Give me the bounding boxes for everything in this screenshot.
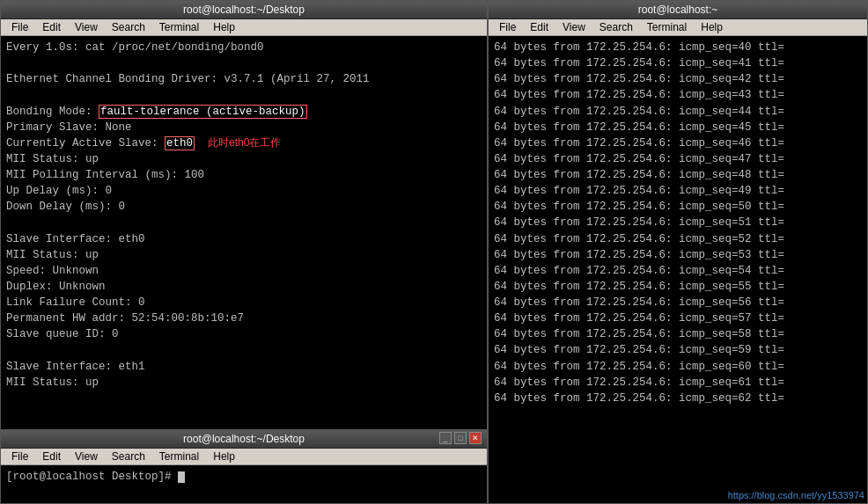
line-slave-eth0: Slave Interface: eth0 [6,231,482,247]
watermark: https://blog.csdn.net/yy1533974 [728,490,864,500]
menu-terminal-1[interactable]: Terminal [152,20,206,34]
terminal-window-2: root@localhost:~ File Edit View Search T… [488,0,868,504]
menu-edit-1[interactable]: Edit [35,20,68,34]
title-bar-2: root@localhost:~ [489,1,867,19]
title-3-text: root@localhost:~/Desktop [183,433,305,445]
line-mii-poll: MII Polling Interval (ms): 100 [6,167,482,183]
title-2-text: root@localhost:~ [638,4,718,16]
ping-line: 64 bytes from 172.25.254.6: icmp_seq=61 … [494,375,862,391]
ping-line: 64 bytes from 172.25.254.6: icmp_seq=47 … [494,151,862,167]
line-active-slave: Currently Active Slave: eth0 此时eth0在工作 [6,135,482,151]
menu-file-1[interactable]: File [4,20,35,34]
ping-line: 64 bytes from 172.25.254.6: icmp_seq=52 … [494,231,862,247]
menu-terminal-2[interactable]: Terminal [640,20,694,34]
menu-file-2[interactable]: File [492,20,523,34]
line-queue-eth0: Slave queue ID: 0 [6,326,482,342]
line-link-fail-eth0: Link Failure Count: 0 [6,295,482,310]
command-prompt: [root@localhost Desktop]# [6,469,482,485]
line-mii-status: MII Status: up [6,151,482,167]
line-slave-eth1: Slave Interface: eth1 [6,359,482,375]
minimize-button-3[interactable]: _ [439,432,452,444]
prompt-text: [root@localhost Desktop]# [6,471,178,483]
annotation-eth0: 此时eth0在工作 [208,136,281,149]
line-primary-slave: Primary Slave: None [6,120,482,135]
line-hw-addr-eth0: Permanent HW addr: 52:54:00:8b:10:e7 [6,310,482,326]
ping-line: 64 bytes from 172.25.254.6: icmp_seq=43 … [494,87,862,103]
menubar-3[interactable]: File Edit View Search Terminal Help [1,449,487,465]
line-cmd: Every 1.0s: cat /proc/net/bonding/bond0 [6,40,482,55]
ping-line: 64 bytes from 172.25.254.6: icmp_seq=49 … [494,183,862,199]
line-mii-eth1: MII Status: up [6,375,482,391]
title-1-text: root@localhost:~/Desktop [183,4,305,16]
menu-file-3[interactable]: File [4,449,35,464]
cursor [178,471,185,483]
menu-search-3[interactable]: Search [105,449,152,464]
line-mii-eth0: MII Status: up [6,247,482,263]
line-down-delay: Down Delay (ms): 0 [6,199,482,215]
maximize-button-3[interactable]: □ [454,432,467,444]
menu-view-3[interactable]: View [68,449,105,464]
line-driver: Ethernet Channel Bonding Driver: v3.7.1 … [6,71,482,87]
menubar-1[interactable]: File Edit View Search Terminal Help [1,19,487,36]
ping-line: 64 bytes from 172.25.254.6: icmp_seq=58 … [494,326,862,342]
menubar-2[interactable]: File Edit View Search Terminal Help [489,19,867,36]
close-button-3[interactable]: ✕ [469,432,482,444]
ping-line: 64 bytes from 172.25.254.6: icmp_seq=53 … [494,247,862,263]
menu-edit-3[interactable]: Edit [35,449,68,464]
line-up-delay: Up Delay (ms): 0 [6,183,482,199]
terminal-content-2: 64 bytes from 172.25.254.6: icmp_seq=40 … [489,36,867,503]
window-controls-3[interactable]: _ □ ✕ [439,432,482,444]
ping-line: 64 bytes from 172.25.254.6: icmp_seq=55 … [494,279,862,295]
line-bonding-mode: Bonding Mode: fault-tolerance (active-ba… [6,104,482,120]
menu-view-1[interactable]: View [68,20,105,34]
menu-help-2[interactable]: Help [694,20,730,34]
ping-line: 64 bytes from 172.25.254.6: icmp_seq=57 … [494,310,862,326]
ping-line: 64 bytes from 172.25.254.6: icmp_seq=51 … [494,215,862,230]
ping-line: 64 bytes from 172.25.254.6: icmp_seq=62 … [494,391,862,406]
terminal-content-1: Every 1.0s: cat /proc/net/bonding/bond0 … [1,36,487,430]
menu-search-2[interactable]: Search [592,20,640,34]
line-speed-eth0: Speed: Unknown [6,263,482,279]
ping-line: 64 bytes from 172.25.254.6: icmp_seq=44 … [494,104,862,120]
ping-line: 64 bytes from 172.25.254.6: icmp_seq=41 … [494,55,862,71]
ping-line: 64 bytes from 172.25.254.6: icmp_seq=45 … [494,120,862,135]
ping-line: 64 bytes from 172.25.254.6: icmp_seq=40 … [494,40,862,55]
ping-line: 64 bytes from 172.25.254.6: icmp_seq=59 … [494,342,862,358]
title-bar-1: root@localhost:~/Desktop [1,1,487,19]
menu-help-3[interactable]: Help [206,449,242,464]
bonding-mode-value: fault-tolerance (active-backup) [99,105,307,119]
terminal-content-3: [root@localhost Desktop]# [1,465,487,503]
active-slave-value: eth0 [165,136,195,150]
ping-line: 64 bytes from 172.25.254.6: icmp_seq=50 … [494,199,862,215]
menu-search-1[interactable]: Search [105,20,152,34]
ping-line: 64 bytes from 172.25.254.6: icmp_seq=56 … [494,295,862,310]
ping-line: 64 bytes from 172.25.254.6: icmp_seq=54 … [494,263,862,279]
ping-line: 64 bytes from 172.25.254.6: icmp_seq=48 … [494,167,862,183]
menu-view-2[interactable]: View [555,20,592,34]
terminal-window-1: root@localhost:~/Desktop File Edit View … [0,0,488,431]
terminal-window-3: root@localhost:~/Desktop _ □ ✕ File Edit… [0,429,488,504]
menu-help-1[interactable]: Help [206,20,242,34]
ping-line: 64 bytes from 172.25.254.6: icmp_seq=46 … [494,135,862,151]
menu-terminal-3[interactable]: Terminal [152,449,206,464]
line-duplex-eth0: Duplex: Unknown [6,279,482,295]
ping-line: 64 bytes from 172.25.254.6: icmp_seq=42 … [494,71,862,87]
title-bar-3: root@localhost:~/Desktop _ □ ✕ [1,430,487,449]
ping-line: 64 bytes from 172.25.254.6: icmp_seq=60 … [494,359,862,375]
menu-edit-2[interactable]: Edit [523,20,555,34]
